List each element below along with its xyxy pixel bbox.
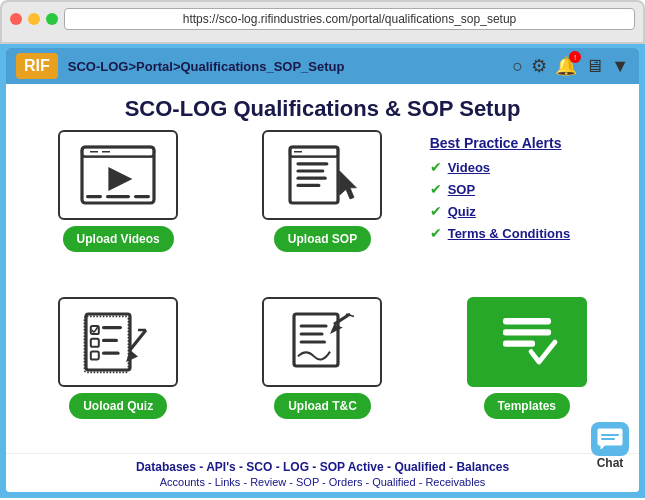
dropdown-icon[interactable]: ▼ xyxy=(611,56,629,77)
cards-section: Upload Videos xyxy=(21,130,624,453)
sop-icon xyxy=(282,140,362,210)
best-practice-item-quiz: ✔ Quiz xyxy=(430,203,605,219)
templates-button[interactable]: Templates xyxy=(484,393,570,419)
best-practice-item-videos: ✔ Videos xyxy=(430,159,605,175)
svg-rect-15 xyxy=(297,177,327,180)
page-title: SCO-LOG Qualifications & SOP Setup xyxy=(6,84,639,130)
card-upload-videos: Upload Videos xyxy=(21,130,215,287)
svg-rect-25 xyxy=(102,338,118,341)
svg-marker-5 xyxy=(109,167,133,191)
best-practice-link-quiz[interactable]: Quiz xyxy=(448,204,476,219)
header-bar: RIF SCO-LOG>Portal>Qualifications_SOP_Se… xyxy=(6,48,639,84)
upload-tc-button[interactable]: Upload T&C xyxy=(274,393,371,419)
upload-videos-icon-box xyxy=(58,130,178,220)
check-icon-tc: ✔ xyxy=(430,225,442,241)
svg-rect-27 xyxy=(102,351,120,354)
right-panel: Best Practice Alerts ✔ Videos ✔ SOP ✔ Qu xyxy=(430,130,605,287)
svg-rect-40 xyxy=(503,340,535,346)
upload-videos-button[interactable]: Upload Videos xyxy=(63,226,174,252)
card-upload-tc: Upload T&C xyxy=(225,297,419,454)
svg-marker-17 xyxy=(340,171,357,199)
bell-badge: ! xyxy=(569,51,581,63)
check-icon-sop: ✔ xyxy=(430,181,442,197)
svg-rect-38 xyxy=(503,318,551,324)
chat-label: Chat xyxy=(597,456,624,470)
gear-icon[interactable]: ⚙ xyxy=(531,55,547,77)
tc-icon xyxy=(282,307,362,377)
best-practice-list: ✔ Videos ✔ SOP ✔ Quiz ✔ xyxy=(430,159,605,241)
best-practice-title: Best Practice Alerts xyxy=(430,135,605,151)
footer-line2[interactable]: Accounts - Links - Review - SOP - Orders… xyxy=(6,476,639,488)
svg-rect-7 xyxy=(106,195,130,198)
chat-button[interactable]: Chat xyxy=(591,422,629,470)
card-upload-quiz: Uoload Quiz xyxy=(21,297,215,454)
upload-quiz-button[interactable]: Uoload Quiz xyxy=(69,393,167,419)
svg-rect-16 xyxy=(297,184,321,187)
upload-sop-button[interactable]: Upload SOP xyxy=(274,226,371,252)
footer-line1[interactable]: Databases - API's - SCO - LOG - SOP Acti… xyxy=(6,460,639,474)
best-practice-item-sop: ✔ SOP xyxy=(430,181,605,197)
svg-rect-34 xyxy=(300,340,326,343)
minimize-dot[interactable] xyxy=(28,13,40,25)
svg-rect-6 xyxy=(86,195,102,198)
url-bar[interactable]: https://sco-log.rifindustries.com/portal… xyxy=(64,8,635,30)
svg-rect-39 xyxy=(503,329,551,335)
rif-logo: RIF xyxy=(16,53,58,79)
best-practice-link-sop[interactable]: SOP xyxy=(448,182,475,197)
svg-rect-26 xyxy=(91,351,99,359)
upload-quiz-icon-box xyxy=(58,297,178,387)
breadcrumb: SCO-LOG>Portal>Qualifications_SOP_Setup xyxy=(68,59,503,74)
svg-rect-23 xyxy=(102,326,122,329)
card-upload-sop: Upload SOP xyxy=(225,130,419,287)
video-icon xyxy=(78,140,158,210)
footer: Databases - API's - SCO - LOG - SOP Acti… xyxy=(6,453,639,492)
chat-bubble-icon xyxy=(591,422,629,456)
check-icon-quiz: ✔ xyxy=(430,203,442,219)
best-practice-link-tc[interactable]: Terms & Conditions xyxy=(448,226,571,241)
chat-icon xyxy=(597,428,623,450)
svg-marker-29 xyxy=(126,350,138,362)
svg-rect-9 xyxy=(290,147,338,203)
svg-rect-24 xyxy=(91,338,99,346)
svg-rect-14 xyxy=(297,169,325,172)
monitor-icon[interactable]: 🖥 xyxy=(585,56,603,77)
svg-line-28 xyxy=(130,330,146,350)
svg-rect-8 xyxy=(134,195,150,198)
svg-line-22 xyxy=(94,326,98,332)
templates-icon-box xyxy=(467,297,587,387)
bell-icon[interactable]: 🔔 ! xyxy=(555,55,577,77)
best-practice-link-videos[interactable]: Videos xyxy=(448,160,490,175)
maximize-dot[interactable] xyxy=(46,13,58,25)
svg-rect-32 xyxy=(300,324,328,327)
upload-tc-icon-box xyxy=(262,297,382,387)
upload-sop-icon-box xyxy=(262,130,382,220)
close-dot[interactable] xyxy=(10,13,22,25)
best-practice-item-tc: ✔ Terms & Conditions xyxy=(430,225,605,241)
svg-rect-33 xyxy=(300,332,324,335)
svg-marker-36 xyxy=(330,324,343,334)
check-icon-videos: ✔ xyxy=(430,159,442,175)
svg-rect-13 xyxy=(297,162,329,165)
templates-icon xyxy=(487,307,567,377)
circle-icon: ○ xyxy=(512,56,523,77)
quiz-icon xyxy=(78,307,158,377)
main-content: Upload Videos xyxy=(6,130,639,453)
